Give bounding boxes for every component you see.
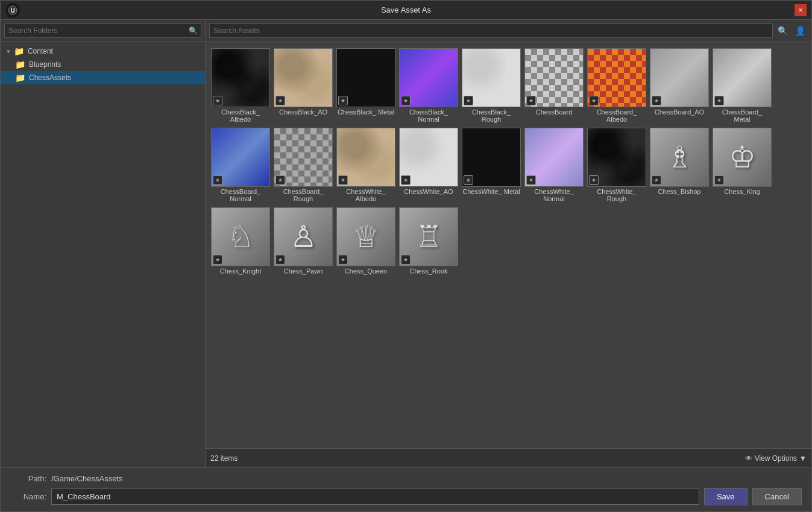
expand-arrow: ▼ bbox=[5, 48, 11, 55]
view-options-label: View Options bbox=[755, 454, 797, 463]
asset-label: ChessBlack_ Metal bbox=[338, 108, 394, 116]
folder-icon: 📁 bbox=[15, 73, 25, 83]
status-bar: 22 items 👁 View Options ▼ bbox=[206, 448, 811, 467]
asset-item-22[interactable]: ♖★Chess_Rook bbox=[398, 206, 459, 276]
folder-item-blueprints[interactable]: 📁 Blueprints bbox=[1, 58, 205, 71]
path-value: /Game/ChessAssets bbox=[51, 474, 123, 483]
content-search-bar: 🔍 👤 bbox=[206, 20, 811, 42]
asset-item-16[interactable]: ★ChessWhite_ Rough bbox=[587, 126, 647, 204]
sidebar-search-area: 🔍 bbox=[1, 20, 205, 42]
cancel-button[interactable]: Cancel bbox=[752, 488, 802, 505]
name-row: Name: Save Cancel bbox=[10, 488, 802, 505]
search-folders-input[interactable] bbox=[4, 23, 201, 38]
asset-badge: ★ bbox=[526, 96, 536, 105]
asset-badge: ★ bbox=[275, 96, 285, 105]
asset-badge: ★ bbox=[526, 175, 536, 185]
asset-item-17[interactable]: ♗★Chess_Bishop bbox=[649, 126, 710, 204]
action-buttons: Save Cancel bbox=[704, 488, 802, 505]
asset-badge: ★ bbox=[589, 175, 599, 185]
asset-label: ChessWhite_ Metal bbox=[462, 188, 520, 195]
svg-text:U: U bbox=[10, 7, 14, 14]
asset-badge: ★ bbox=[714, 175, 724, 185]
sidebar: 🔍 ▼ 📁 Content 📁 Blueprints 📁 ChessAssets bbox=[1, 20, 206, 467]
asset-badge: ★ bbox=[464, 175, 473, 185]
asset-label: Chess_Pawn bbox=[284, 267, 323, 275]
asset-item-3[interactable]: ★ChessBlack_ Metal bbox=[336, 47, 396, 124]
asset-badge: ★ bbox=[213, 96, 222, 105]
asset-label: ChessBlack_ Rough bbox=[462, 108, 520, 123]
search-icon: 🔍 bbox=[189, 27, 198, 35]
asset-badge: ★ bbox=[652, 96, 661, 105]
main-content: 🔍 ▼ 📁 Content 📁 Blueprints 📁 ChessAssets bbox=[1, 20, 811, 467]
items-count: 22 items bbox=[210, 454, 238, 463]
asset-item-18[interactable]: ♔★Chess_King bbox=[712, 126, 772, 204]
asset-item-4[interactable]: ★ChessBlack_ Normal bbox=[398, 47, 459, 124]
asset-item-6[interactable]: ★ChessBoard bbox=[524, 47, 584, 124]
assets-grid: ★ChessBlack_ Albedo★ChessBlack_AO★ChessB… bbox=[206, 42, 811, 448]
asset-label: Chess_Knight bbox=[220, 267, 262, 275]
save-button[interactable]: Save bbox=[704, 488, 747, 505]
asset-badge: ★ bbox=[338, 175, 348, 185]
asset-item-1[interactable]: ★ChessBlack_ Albedo bbox=[210, 47, 271, 124]
dialog-title: Save Asset As bbox=[381, 5, 431, 14]
asset-item-11[interactable]: ★ChessBoard_ Rough bbox=[273, 126, 333, 204]
asset-label: Chess_King bbox=[724, 188, 760, 195]
asset-badge: ★ bbox=[275, 255, 285, 264]
asset-badge: ★ bbox=[338, 96, 348, 105]
asset-label: ChessBoard_ Rough bbox=[274, 188, 332, 202]
asset-label: ChessBoard_ Normal bbox=[212, 188, 269, 202]
search-assets-input[interactable] bbox=[209, 23, 773, 38]
asset-badge: ★ bbox=[401, 255, 411, 264]
asset-item-5[interactable]: ★ChessBlack_ Rough bbox=[461, 47, 521, 124]
asset-badge: ★ bbox=[714, 96, 724, 105]
asset-item-21[interactable]: ♕★Chess_Queen bbox=[336, 206, 396, 276]
asset-item-7[interactable]: ★ChessBoard_ Albedo bbox=[587, 47, 647, 124]
asset-label: ChessWhite_ Normal bbox=[525, 188, 583, 202]
asset-item-2[interactable]: ★ChessBlack_AO bbox=[273, 47, 333, 124]
asset-badge: ★ bbox=[589, 96, 599, 105]
close-button[interactable]: × bbox=[795, 4, 807, 16]
asset-label: ChessBoard_AO bbox=[655, 108, 705, 116]
asset-item-12[interactable]: ★ChessWhite_ Albedo bbox=[336, 126, 396, 204]
chevron-down-icon: ▼ bbox=[799, 454, 807, 463]
asset-item-8[interactable]: ★ChessBoard_AO bbox=[649, 47, 710, 124]
asset-badge: ★ bbox=[213, 255, 222, 264]
asset-item-10[interactable]: ★ChessBoard_ Normal bbox=[210, 126, 271, 204]
asset-item-15[interactable]: ★ChessWhite_ Normal bbox=[524, 126, 584, 204]
folder-label-chessassets: ChessAssets bbox=[29, 73, 71, 82]
folder-tree: ▼ 📁 Content 📁 Blueprints 📁 ChessAssets bbox=[1, 42, 205, 467]
folder-label-content: Content bbox=[28, 47, 53, 55]
search-assets-button[interactable]: 🔍 bbox=[775, 25, 790, 37]
asset-label: Chess_Rook bbox=[410, 267, 448, 275]
folder-item-chessassets[interactable]: 📁 ChessAssets bbox=[1, 71, 205, 84]
name-label: Name: bbox=[10, 492, 46, 501]
asset-item-14[interactable]: ★ChessWhite_ Metal bbox=[461, 126, 521, 204]
content-area: 🔍 👤 ★ChessBlack_ Albedo★ChessBlack_AO★Ch… bbox=[206, 20, 811, 467]
folder-icon: 📁 bbox=[14, 46, 24, 56]
title-bar: U Save Asset As × bbox=[1, 1, 811, 20]
view-options-button[interactable]: 👁 View Options ▼ bbox=[745, 454, 807, 463]
asset-item-13[interactable]: ★ChessWhite_AO bbox=[398, 126, 459, 204]
asset-name-input[interactable] bbox=[51, 489, 699, 505]
save-asset-dialog: U Save Asset As × 🔍 ▼ 📁 Content 📁 bbox=[0, 0, 812, 512]
asset-badge: ★ bbox=[338, 255, 348, 264]
asset-label: ChessWhite_AO bbox=[404, 188, 453, 195]
asset-item-9[interactable]: ★ChessBoard_ Metal bbox=[712, 47, 772, 124]
asset-badge: ★ bbox=[464, 96, 473, 105]
asset-label: ChessBlack_ Albedo bbox=[212, 108, 269, 123]
asset-item-20[interactable]: ♙★Chess_Pawn bbox=[273, 206, 333, 276]
asset-badge: ★ bbox=[213, 175, 222, 185]
eye-icon: 👁 bbox=[745, 454, 752, 463]
bottom-bar: Path: /Game/ChessAssets Name: Save Cance… bbox=[1, 467, 811, 511]
asset-label: ChessWhite_ Rough bbox=[588, 188, 646, 202]
folder-label-blueprints: Blueprints bbox=[29, 60, 61, 69]
user-icon-button[interactable]: 👤 bbox=[793, 25, 808, 37]
asset-label: ChessBoard bbox=[536, 108, 573, 116]
asset-label: ChessBoard_ Albedo bbox=[588, 108, 646, 123]
folder-item-content[interactable]: ▼ 📁 Content bbox=[1, 45, 205, 58]
asset-badge: ★ bbox=[401, 96, 411, 105]
asset-label: Chess_Bishop bbox=[658, 188, 701, 195]
asset-label: ChessBlack_ Normal bbox=[400, 108, 458, 123]
asset-label: Chess_Queen bbox=[345, 267, 387, 275]
asset-item-19[interactable]: ♘★Chess_Knight bbox=[210, 206, 271, 276]
